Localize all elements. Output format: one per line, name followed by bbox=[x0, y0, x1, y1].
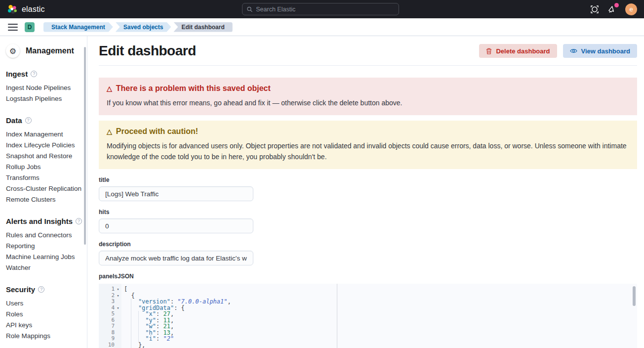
user-avatar[interactable]: e bbox=[625, 3, 637, 15]
indent-guide bbox=[131, 317, 138, 324]
sidebar-item-remote-clusters[interactable]: Remote Clusters bbox=[6, 194, 87, 205]
code-line: 6"y": 11, bbox=[99, 317, 637, 324]
indent-guide bbox=[138, 330, 145, 336]
sidebar-item-roles[interactable]: Roles bbox=[6, 309, 87, 320]
editor-scrollbar[interactable] bbox=[633, 286, 636, 306]
fold-arrow-icon[interactable]: ▾ bbox=[115, 293, 121, 299]
indent-guide bbox=[138, 317, 145, 324]
code-line: 9"i": "2" bbox=[99, 336, 637, 342]
fold-arrow-icon[interactable]: ▾ bbox=[115, 305, 121, 311]
code-line: 5"x": 27, bbox=[99, 311, 637, 317]
top-nav-bar: elastic e bbox=[0, 0, 644, 18]
sidebar-item-snapshot-and-restore[interactable]: Snapshot and Restore bbox=[6, 151, 87, 162]
indent-guide bbox=[124, 342, 131, 348]
fold-spacer bbox=[115, 323, 121, 330]
question-circle-icon: ? bbox=[25, 117, 32, 124]
help-icon[interactable] bbox=[590, 4, 600, 14]
view-dashboard-button[interactable]: View dashboard bbox=[563, 44, 637, 58]
breadcrumb-bar: D Stack ManagementSaved objectsEdit dash… bbox=[0, 18, 644, 36]
breadcrumb-stack-management[interactable]: Stack Management bbox=[43, 22, 113, 32]
sidebar-item-machine-learning-jobs[interactable]: Machine Learning Jobs bbox=[6, 252, 87, 262]
gutter-cell: 6 bbox=[99, 317, 121, 324]
field-label-description: description bbox=[99, 241, 637, 248]
question-circle-icon: ? bbox=[31, 71, 37, 77]
breadcrumb-saved-objects[interactable]: Saved objects bbox=[116, 22, 171, 32]
gutter-cell: 4▾ bbox=[99, 305, 121, 311]
question-circle-icon: ? bbox=[76, 218, 82, 224]
sidebar-item-watcher[interactable]: Watcher bbox=[6, 262, 87, 273]
line-number: 9 bbox=[99, 336, 115, 342]
fold-spacer bbox=[115, 342, 121, 348]
line-number: 7 bbox=[99, 323, 115, 330]
sidebar-item-index-management[interactable]: Index Management bbox=[6, 129, 87, 140]
token: [ bbox=[124, 286, 127, 293]
page: elastic e bbox=[0, 0, 644, 348]
sidebar-item-cross-cluster-replication[interactable]: Cross-Cluster Replication bbox=[6, 183, 87, 194]
token: "2" bbox=[163, 335, 174, 342]
error-callout: △ There is a problem with this saved obj… bbox=[99, 78, 637, 115]
gutter-cell: 3 bbox=[99, 299, 121, 305]
sidebar-item-rules-and-connectors[interactable]: Rules and Connectors bbox=[6, 230, 87, 241]
gutter-cell: 1▾ bbox=[99, 286, 121, 293]
search-input[interactable] bbox=[256, 6, 394, 13]
indent-guide bbox=[124, 299, 131, 305]
indent-guide bbox=[131, 330, 138, 336]
field-input-title[interactable] bbox=[99, 186, 253, 201]
gutter-cell: 5 bbox=[99, 311, 121, 317]
fold-spacer bbox=[115, 317, 121, 324]
global-search[interactable] bbox=[242, 3, 399, 15]
warning-icon: △ bbox=[107, 128, 112, 135]
sidebar-item-reporting[interactable]: Reporting bbox=[6, 241, 87, 252]
menu-icon[interactable] bbox=[8, 24, 18, 31]
code-text: [ bbox=[121, 286, 127, 293]
sidebar-item-logstash-pipelines[interactable]: Logstash Pipelines bbox=[6, 93, 87, 104]
indent-guide bbox=[124, 293, 131, 299]
section-label: Data bbox=[6, 116, 22, 125]
gutter-cell: 7 bbox=[99, 323, 121, 330]
indent-guide bbox=[131, 299, 138, 305]
panelsjson-code-editor[interactable]: 1▾[2▾{3"version": "7.0.0-alpha1",4▾"grid… bbox=[99, 284, 637, 348]
sidebar-section-ingest: Ingest? bbox=[6, 70, 87, 78]
sidebar-item-api-keys[interactable]: API keys bbox=[6, 320, 87, 331]
panelsjson-label: panelsJSON bbox=[99, 273, 637, 280]
elastic-logo[interactable]: elastic bbox=[7, 4, 45, 15]
gutter-cell: 2▾ bbox=[99, 293, 121, 299]
sidebar-item-ingest-node-pipelines[interactable]: Ingest Node Pipelines bbox=[6, 83, 87, 93]
code-line: 8"h": 13, bbox=[99, 330, 637, 336]
code-line: 4▾"gridData": { bbox=[99, 305, 637, 311]
field-input-description[interactable] bbox=[99, 251, 253, 265]
space-badge[interactable]: D bbox=[25, 22, 35, 32]
sidebar-item-transforms[interactable]: Transforms bbox=[6, 173, 87, 183]
code-line: 1▾[ bbox=[99, 286, 637, 293]
newsfeed-icon[interactable] bbox=[607, 4, 617, 14]
sidebar-section-alerts-and-insights: Alerts and Insights? bbox=[6, 217, 87, 225]
management-sidebar: ⚙ Management Ingest?Ingest Node Pipeline… bbox=[0, 36, 87, 348]
search-icon bbox=[247, 6, 252, 12]
fold-arrow-icon[interactable]: ▾ bbox=[115, 286, 121, 293]
sidebar-item-role-mappings[interactable]: Role Mappings bbox=[6, 331, 87, 342]
sidebar-item-users[interactable]: Users bbox=[6, 298, 87, 309]
logo-text: elastic bbox=[22, 5, 45, 14]
sidebar-item-index-lifecycle-policies[interactable]: Index Lifecycle Policies bbox=[6, 140, 87, 151]
token: , bbox=[228, 298, 231, 305]
indent-guide bbox=[124, 336, 131, 342]
field-label-title: title bbox=[99, 176, 637, 183]
indent-guide bbox=[138, 311, 145, 317]
fold-spacer bbox=[115, 336, 121, 342]
token: { bbox=[181, 304, 185, 311]
delete-dashboard-button[interactable]: Delete dashboard bbox=[479, 44, 557, 58]
field-input-hits[interactable] bbox=[99, 218, 253, 233]
error-callout-title: There is a problem with this saved objec… bbox=[116, 84, 271, 93]
indent-guide bbox=[138, 323, 145, 330]
question-circle-icon: ? bbox=[38, 286, 44, 293]
code-text: "i": "2" bbox=[121, 336, 174, 342]
token: "7.0.0-alpha1" bbox=[177, 298, 227, 305]
token: : bbox=[156, 335, 163, 342]
indent-guide bbox=[124, 305, 131, 311]
indent-guide bbox=[124, 311, 131, 317]
token: }, bbox=[138, 342, 145, 348]
sidebar-item-rollup-jobs[interactable]: Rollup Jobs bbox=[6, 162, 87, 173]
notification-dot bbox=[614, 3, 619, 7]
sidebar-scrollbar[interactable] bbox=[84, 47, 86, 245]
gutter-cell: 8 bbox=[99, 330, 121, 336]
